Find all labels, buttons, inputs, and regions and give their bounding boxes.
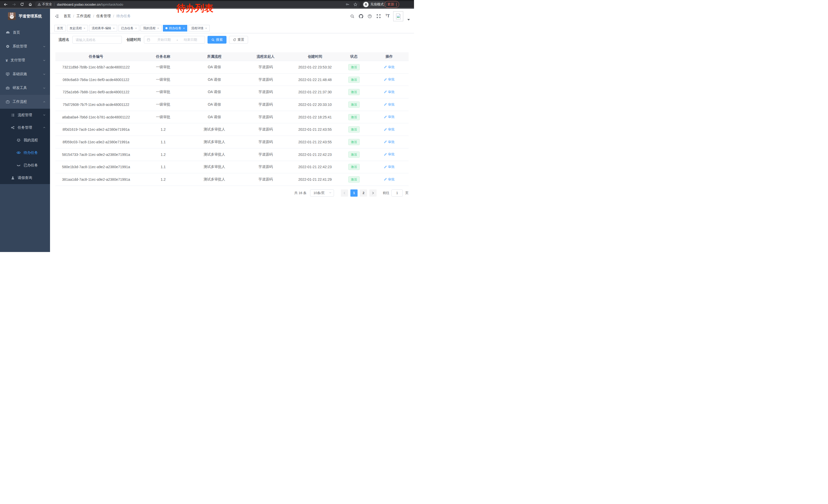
chevron-down-icon — [43, 59, 46, 62]
tab-close-icon[interactable]: × — [205, 27, 207, 30]
main-area: 首页/工作流程/任务管理/待办任务 TT 首页发起流程×流程表单-编辑×已办任务… — [50, 9, 414, 252]
chevron-down-icon — [43, 113, 46, 117]
process-name-input[interactable] — [72, 36, 122, 44]
breadcrumb-separator: / — [93, 14, 94, 18]
status-badge: 激活 — [348, 77, 360, 83]
cell-status: 激活 — [338, 101, 370, 108]
goto-page-input[interactable] — [391, 189, 403, 197]
cell-action: 审批 — [370, 90, 408, 95]
browser-reload-icon[interactable] — [19, 2, 25, 7]
cell-status: 激活 — [338, 126, 370, 133]
approve-link[interactable]: 审批 — [384, 77, 395, 82]
tab-done-task[interactable]: 已办任务× — [119, 25, 139, 32]
sidebar-item-my-process[interactable]: 我的流程 — [0, 134, 50, 146]
cell-action: 审批 — [370, 102, 408, 107]
tab-process-detail[interactable]: 流程详情× — [189, 25, 209, 32]
sidebar-item-workflow[interactable]: 工作流程 — [0, 95, 50, 109]
tab-close-icon[interactable]: × — [183, 27, 185, 30]
bookmark-star-icon[interactable] — [353, 2, 358, 7]
sidebar-item-process-mgmt[interactable]: 流程管理 — [0, 109, 50, 121]
prev-page-button[interactable] — [341, 189, 348, 197]
cell-created: 2022-01-21 22:42:23 — [292, 152, 338, 156]
sidebar-item-dev-tools[interactable]: 研发工具 — [0, 81, 50, 95]
breadcrumb-item[interactable]: 首页 — [64, 14, 71, 18]
robot-icon — [16, 138, 21, 142]
approve-link[interactable]: 审批 — [384, 152, 395, 156]
cell-starter: 芋道源码 — [239, 152, 292, 157]
tab-form-edit[interactable]: 流程表单-编辑× — [89, 25, 117, 32]
page-size-select[interactable]: 10条/页 — [310, 189, 334, 197]
status-badge: 激活 — [348, 89, 360, 95]
approve-link[interactable]: 审批 — [384, 65, 395, 70]
tab-close-icon[interactable]: × — [135, 27, 137, 30]
key-icon[interactable] — [345, 2, 349, 6]
refresh-icon — [233, 38, 236, 42]
chevron-down-icon — [43, 45, 46, 48]
cell-status: 激活 — [338, 151, 370, 158]
approve-link[interactable]: 审批 — [384, 90, 395, 94]
sidebar-item-payment[interactable]: ¥支付管理 — [0, 53, 50, 67]
approve-link[interactable]: 审批 — [384, 165, 395, 169]
approve-link[interactable]: 审批 — [384, 140, 395, 144]
column-header: 任务名称 — [137, 54, 190, 59]
sidebar-fold-icon[interactable] — [55, 14, 59, 19]
breadcrumb-item[interactable]: 工作流程 — [76, 14, 91, 18]
chevron-down-icon — [43, 73, 46, 76]
browser-back-icon[interactable] — [3, 2, 8, 7]
tab-my-process[interactable]: 我的流程× — [140, 25, 161, 32]
tab-close-icon[interactable]: × — [113, 27, 114, 30]
update-label: 更新 — [387, 2, 394, 7]
sidebar-item-todo-task[interactable]: 待办任务 — [0, 146, 50, 159]
cell-id: 381aa1dd-7ac8-11ec-a9e2-a2380e71991a — [55, 177, 137, 182]
fullscreen-icon[interactable] — [377, 14, 381, 18]
search-button[interactable]: 搜索 — [208, 36, 226, 44]
browser-forward-icon[interactable] — [11, 2, 16, 7]
sidebar-item-leave-query[interactable]: 请假查询 — [0, 172, 50, 184]
cell-action: 审批 — [370, 165, 408, 170]
tab-todo-task[interactable]: 待办任务× — [163, 25, 187, 32]
browser-menu-icon[interactable] — [396, 3, 397, 6]
tab-home[interactable]: 首页 — [54, 25, 66, 32]
page-unit-label: 页 — [405, 191, 409, 195]
sidebar-item-system[interactable]: 系统管理 — [0, 40, 50, 53]
tab-close-icon[interactable]: × — [84, 27, 85, 30]
date-range-picker[interactable]: 开始日期 - 结束日期 — [144, 36, 205, 44]
cell-action: 审批 — [370, 152, 408, 157]
search-button-icon — [211, 38, 215, 42]
app-logo[interactable]: 芋道管理系统 — [0, 9, 50, 24]
approve-link[interactable]: 审批 — [384, 102, 395, 107]
tab-start-process[interactable]: 发起流程× — [67, 25, 88, 32]
browser-home-icon[interactable] — [28, 2, 33, 7]
tab-label: 我的流程 — [143, 26, 156, 31]
status-badge: 激活 — [348, 114, 360, 120]
tab-label: 流程详情 — [191, 26, 203, 31]
security-warning-icon — [37, 3, 41, 6]
breadcrumb-item[interactable]: 任务管理 — [96, 14, 111, 18]
user-icon — [11, 176, 15, 180]
avatar-dropdown-caret[interactable] — [407, 19, 410, 20]
sidebar-item-infrastructure[interactable]: 基础设施 — [0, 67, 50, 81]
approve-link-label: 审批 — [388, 140, 395, 144]
github-icon[interactable] — [359, 14, 363, 18]
table-row: 580e1b3d-7ac8-11ec-a9e2-a2380e71991a1.1测… — [55, 161, 409, 174]
avatar[interactable] — [393, 11, 403, 21]
next-page-button[interactable] — [369, 189, 377, 197]
cell-name: 一级审批 — [137, 115, 190, 120]
start-date-placeholder: 开始日期 — [152, 37, 176, 42]
cell-process: 测试多审批人 — [190, 127, 239, 132]
sidebar-item-task-mgmt[interactable]: 任务管理 — [0, 121, 50, 134]
help-icon[interactable] — [368, 14, 372, 18]
reset-button[interactable]: 重置 — [229, 36, 248, 44]
page-button-2[interactable]: 2 — [360, 189, 367, 197]
font-size-icon[interactable]: TT — [385, 14, 389, 18]
search-icon[interactable] — [350, 14, 355, 18]
sidebar-item-done-task[interactable]: 已办任务 — [0, 159, 50, 172]
tab-close-icon[interactable]: × — [157, 27, 159, 30]
page-button-1[interactable]: 1 — [350, 189, 358, 197]
url-path: /bpm/task/todo — [100, 3, 123, 6]
approve-link[interactable]: 审批 — [384, 127, 395, 132]
sidebar-item-home[interactable]: 首页 — [0, 26, 50, 40]
update-button[interactable]: 更新 — [384, 1, 399, 8]
approve-link[interactable]: 审批 — [384, 114, 395, 119]
approve-link[interactable]: 审批 — [384, 177, 395, 182]
